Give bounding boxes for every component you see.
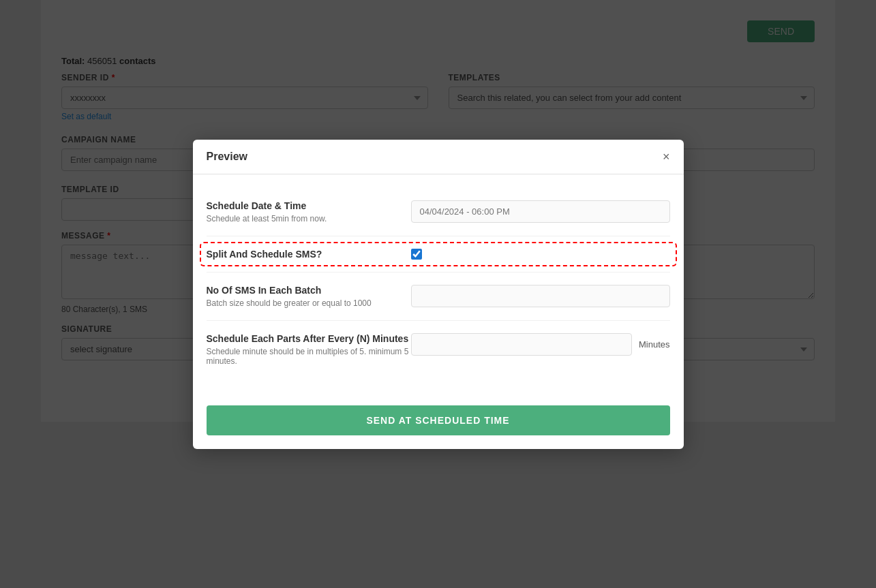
schedule-date-hint: Schedule at least 5min from now. — [207, 214, 411, 223]
split-sms-label: Split And Schedule SMS? — [207, 249, 411, 260]
preview-modal: Preview × Schedule Date & Time Schedule … — [193, 140, 684, 449]
schedule-date-input[interactable] — [411, 200, 670, 223]
batch-size-input[interactable] — [411, 285, 670, 307]
modal-header: Preview × — [193, 140, 684, 174]
schedule-date-label: Schedule Date & Time — [207, 200, 411, 211]
modal-title: Preview — [207, 151, 247, 163]
modal-overlay: Preview × Schedule Date & Time Schedule … — [0, 0, 876, 588]
minutes-label: Minutes — [639, 339, 670, 350]
split-sms-row: Split And Schedule SMS? — [207, 236, 670, 273]
batch-size-hint: Batch size should be greater or equal to… — [207, 298, 411, 308]
schedule-parts-hint: Schedule minute should be in multiples o… — [207, 347, 411, 366]
batch-size-row: No Of SMS In Each Batch Batch size shoul… — [207, 273, 670, 321]
schedule-parts-label: Schedule Each Parts After Every (N) Minu… — [207, 333, 411, 344]
split-sms-checkbox[interactable] — [411, 249, 422, 260]
modal-close-button[interactable]: × — [663, 151, 670, 163]
batch-size-label: No Of SMS In Each Batch — [207, 285, 411, 296]
modal-footer: SEND AT SCHEDULED TIME — [193, 392, 684, 449]
send-at-scheduled-time-button[interactable]: SEND AT SCHEDULED TIME — [207, 405, 670, 435]
modal-body: Schedule Date & Time Schedule at least 5… — [193, 174, 684, 392]
schedule-parts-row: Schedule Each Parts After Every (N) Minu… — [207, 321, 670, 378]
schedule-parts-input[interactable] — [411, 333, 632, 356]
schedule-date-row: Schedule Date & Time Schedule at least 5… — [207, 188, 670, 236]
